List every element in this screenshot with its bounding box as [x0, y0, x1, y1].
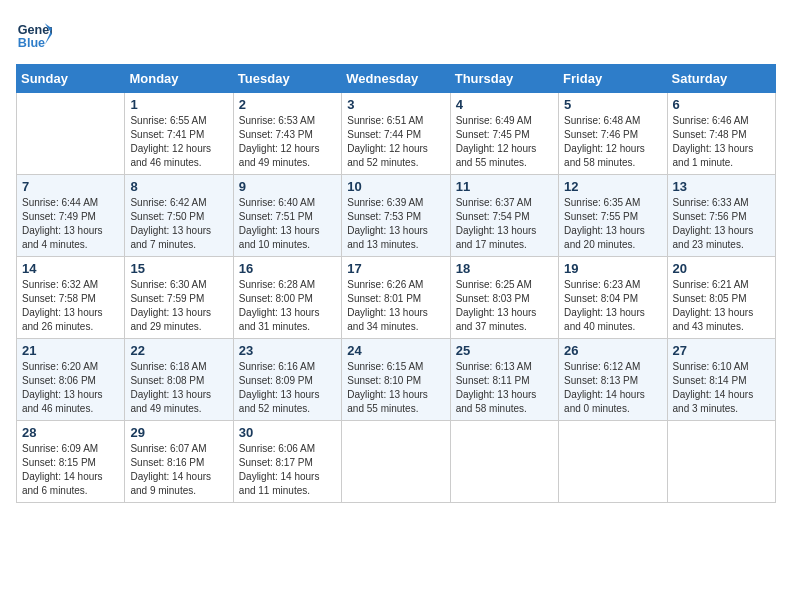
- day-number: 2: [239, 97, 336, 112]
- weekday-header: Tuesday: [233, 65, 341, 93]
- day-number: 7: [22, 179, 119, 194]
- header-row: SundayMondayTuesdayWednesdayThursdayFrid…: [17, 65, 776, 93]
- day-number: 11: [456, 179, 553, 194]
- day-number: 26: [564, 343, 661, 358]
- calendar-week-row: 21Sunrise: 6:20 AMSunset: 8:06 PMDayligh…: [17, 339, 776, 421]
- day-number: 6: [673, 97, 770, 112]
- calendar-cell: [17, 93, 125, 175]
- calendar-cell: 22Sunrise: 6:18 AMSunset: 8:08 PMDayligh…: [125, 339, 233, 421]
- day-info: Sunrise: 6:32 AMSunset: 7:58 PMDaylight:…: [22, 278, 119, 334]
- calendar-cell: 5Sunrise: 6:48 AMSunset: 7:46 PMDaylight…: [559, 93, 667, 175]
- day-number: 29: [130, 425, 227, 440]
- day-info: Sunrise: 6:46 AMSunset: 7:48 PMDaylight:…: [673, 114, 770, 170]
- day-info: Sunrise: 6:12 AMSunset: 8:13 PMDaylight:…: [564, 360, 661, 416]
- weekday-header: Friday: [559, 65, 667, 93]
- day-info: Sunrise: 6:39 AMSunset: 7:53 PMDaylight:…: [347, 196, 444, 252]
- weekday-header: Wednesday: [342, 65, 450, 93]
- calendar-cell: 13Sunrise: 6:33 AMSunset: 7:56 PMDayligh…: [667, 175, 775, 257]
- calendar-cell: 21Sunrise: 6:20 AMSunset: 8:06 PMDayligh…: [17, 339, 125, 421]
- day-number: 24: [347, 343, 444, 358]
- calendar-week-row: 28Sunrise: 6:09 AMSunset: 8:15 PMDayligh…: [17, 421, 776, 503]
- day-info: Sunrise: 6:10 AMSunset: 8:14 PMDaylight:…: [673, 360, 770, 416]
- day-info: Sunrise: 6:18 AMSunset: 8:08 PMDaylight:…: [130, 360, 227, 416]
- day-info: Sunrise: 6:53 AMSunset: 7:43 PMDaylight:…: [239, 114, 336, 170]
- day-number: 17: [347, 261, 444, 276]
- day-number: 21: [22, 343, 119, 358]
- weekday-header: Thursday: [450, 65, 558, 93]
- day-number: 23: [239, 343, 336, 358]
- calendar-cell: 25Sunrise: 6:13 AMSunset: 8:11 PMDayligh…: [450, 339, 558, 421]
- day-number: 18: [456, 261, 553, 276]
- calendar-table: SundayMondayTuesdayWednesdayThursdayFrid…: [16, 64, 776, 503]
- day-number: 19: [564, 261, 661, 276]
- day-info: Sunrise: 6:55 AMSunset: 7:41 PMDaylight:…: [130, 114, 227, 170]
- calendar-cell: 30Sunrise: 6:06 AMSunset: 8:17 PMDayligh…: [233, 421, 341, 503]
- weekday-header: Saturday: [667, 65, 775, 93]
- day-info: Sunrise: 6:30 AMSunset: 7:59 PMDaylight:…: [130, 278, 227, 334]
- day-number: 28: [22, 425, 119, 440]
- calendar-cell: 26Sunrise: 6:12 AMSunset: 8:13 PMDayligh…: [559, 339, 667, 421]
- day-number: 30: [239, 425, 336, 440]
- calendar-week-row: 1Sunrise: 6:55 AMSunset: 7:41 PMDaylight…: [17, 93, 776, 175]
- day-number: 5: [564, 97, 661, 112]
- day-number: 12: [564, 179, 661, 194]
- calendar-cell: [342, 421, 450, 503]
- calendar-cell: 11Sunrise: 6:37 AMSunset: 7:54 PMDayligh…: [450, 175, 558, 257]
- day-info: Sunrise: 6:26 AMSunset: 8:01 PMDaylight:…: [347, 278, 444, 334]
- calendar-cell: 20Sunrise: 6:21 AMSunset: 8:05 PMDayligh…: [667, 257, 775, 339]
- day-info: Sunrise: 6:20 AMSunset: 8:06 PMDaylight:…: [22, 360, 119, 416]
- calendar-cell: 10Sunrise: 6:39 AMSunset: 7:53 PMDayligh…: [342, 175, 450, 257]
- calendar-cell: 1Sunrise: 6:55 AMSunset: 7:41 PMDaylight…: [125, 93, 233, 175]
- calendar-cell: 4Sunrise: 6:49 AMSunset: 7:45 PMDaylight…: [450, 93, 558, 175]
- day-number: 4: [456, 97, 553, 112]
- calendar-cell: 3Sunrise: 6:51 AMSunset: 7:44 PMDaylight…: [342, 93, 450, 175]
- day-info: Sunrise: 6:33 AMSunset: 7:56 PMDaylight:…: [673, 196, 770, 252]
- calendar-cell: 24Sunrise: 6:15 AMSunset: 8:10 PMDayligh…: [342, 339, 450, 421]
- calendar-cell: 12Sunrise: 6:35 AMSunset: 7:55 PMDayligh…: [559, 175, 667, 257]
- calendar-cell: [450, 421, 558, 503]
- day-number: 20: [673, 261, 770, 276]
- day-info: Sunrise: 6:15 AMSunset: 8:10 PMDaylight:…: [347, 360, 444, 416]
- day-number: 22: [130, 343, 227, 358]
- svg-text:Blue: Blue: [18, 36, 45, 50]
- day-info: Sunrise: 6:13 AMSunset: 8:11 PMDaylight:…: [456, 360, 553, 416]
- day-info: Sunrise: 6:23 AMSunset: 8:04 PMDaylight:…: [564, 278, 661, 334]
- day-number: 25: [456, 343, 553, 358]
- logo: General Blue: [16, 16, 56, 52]
- day-info: Sunrise: 6:09 AMSunset: 8:15 PMDaylight:…: [22, 442, 119, 498]
- calendar-cell: 16Sunrise: 6:28 AMSunset: 8:00 PMDayligh…: [233, 257, 341, 339]
- day-info: Sunrise: 6:51 AMSunset: 7:44 PMDaylight:…: [347, 114, 444, 170]
- day-info: Sunrise: 6:21 AMSunset: 8:05 PMDaylight:…: [673, 278, 770, 334]
- calendar-cell: 18Sunrise: 6:25 AMSunset: 8:03 PMDayligh…: [450, 257, 558, 339]
- day-number: 16: [239, 261, 336, 276]
- calendar-cell: 8Sunrise: 6:42 AMSunset: 7:50 PMDaylight…: [125, 175, 233, 257]
- day-number: 10: [347, 179, 444, 194]
- page-header: General Blue: [16, 16, 776, 52]
- day-info: Sunrise: 6:07 AMSunset: 8:16 PMDaylight:…: [130, 442, 227, 498]
- calendar-cell: [667, 421, 775, 503]
- day-number: 1: [130, 97, 227, 112]
- day-info: Sunrise: 6:44 AMSunset: 7:49 PMDaylight:…: [22, 196, 119, 252]
- calendar-cell: 23Sunrise: 6:16 AMSunset: 8:09 PMDayligh…: [233, 339, 341, 421]
- day-info: Sunrise: 6:25 AMSunset: 8:03 PMDaylight:…: [456, 278, 553, 334]
- day-info: Sunrise: 6:40 AMSunset: 7:51 PMDaylight:…: [239, 196, 336, 252]
- calendar-cell: 6Sunrise: 6:46 AMSunset: 7:48 PMDaylight…: [667, 93, 775, 175]
- day-info: Sunrise: 6:48 AMSunset: 7:46 PMDaylight:…: [564, 114, 661, 170]
- logo-icon: General Blue: [16, 16, 52, 52]
- calendar-week-row: 14Sunrise: 6:32 AMSunset: 7:58 PMDayligh…: [17, 257, 776, 339]
- calendar-cell: 14Sunrise: 6:32 AMSunset: 7:58 PMDayligh…: [17, 257, 125, 339]
- weekday-header: Monday: [125, 65, 233, 93]
- day-number: 15: [130, 261, 227, 276]
- day-info: Sunrise: 6:28 AMSunset: 8:00 PMDaylight:…: [239, 278, 336, 334]
- day-info: Sunrise: 6:16 AMSunset: 8:09 PMDaylight:…: [239, 360, 336, 416]
- day-number: 13: [673, 179, 770, 194]
- day-info: Sunrise: 6:49 AMSunset: 7:45 PMDaylight:…: [456, 114, 553, 170]
- weekday-header: Sunday: [17, 65, 125, 93]
- calendar-cell: 15Sunrise: 6:30 AMSunset: 7:59 PMDayligh…: [125, 257, 233, 339]
- calendar-cell: 9Sunrise: 6:40 AMSunset: 7:51 PMDaylight…: [233, 175, 341, 257]
- day-number: 27: [673, 343, 770, 358]
- day-number: 9: [239, 179, 336, 194]
- day-info: Sunrise: 6:35 AMSunset: 7:55 PMDaylight:…: [564, 196, 661, 252]
- day-info: Sunrise: 6:06 AMSunset: 8:17 PMDaylight:…: [239, 442, 336, 498]
- calendar-cell: [559, 421, 667, 503]
